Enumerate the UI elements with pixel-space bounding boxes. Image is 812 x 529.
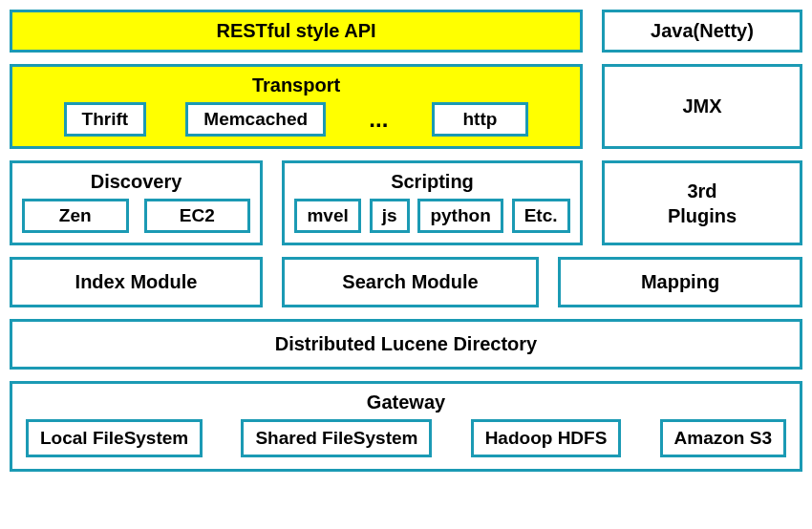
- row-modules: Index Module Search Module Mapping: [10, 257, 802, 307]
- mapping-label: Mapping: [641, 271, 719, 293]
- scripting-title: Scripting: [391, 171, 474, 193]
- row-lucene: Distributed Lucene Directory: [10, 319, 802, 370]
- restful-api-label: RESTful style API: [216, 20, 375, 42]
- discovery-ec2: EC2: [144, 199, 251, 233]
- transport-memcached: Memcached: [185, 102, 326, 137]
- scripting-etc: Etc.: [512, 199, 570, 233]
- gateway-s3: Amazon S3: [660, 419, 786, 457]
- row-discovery-scripting: Discovery Zen EC2 Scripting mvel js pyth…: [10, 160, 802, 245]
- transport-http: http: [432, 102, 529, 137]
- gateway-shared-fs: Shared FileSystem: [241, 419, 432, 457]
- gateway-hadoop: Hadoop HDFS: [471, 419, 622, 457]
- gateway-box: Gateway Local FileSystem Shared FileSyst…: [10, 381, 802, 472]
- mapping-box: Mapping: [558, 257, 802, 307]
- lucene-box: Distributed Lucene Directory: [10, 319, 802, 370]
- transport-title: Transport: [252, 74, 340, 96]
- scripting-python: python: [417, 199, 502, 233]
- discovery-zen: Zen: [22, 199, 129, 233]
- scripting-mvel: mvel: [294, 199, 360, 233]
- transport-thrift: Thrift: [64, 102, 147, 137]
- row-transport: Transport Thrift Memcached ... http JMX: [10, 64, 802, 149]
- transport-items: Thrift Memcached ... http: [51, 102, 542, 137]
- architecture-diagram: RESTful style API Java(Netty) Transport …: [10, 10, 802, 472]
- plugins-box: 3rd Plugins: [602, 160, 802, 245]
- discovery-items: Zen EC2: [22, 199, 250, 233]
- scripting-js: js: [370, 199, 410, 233]
- jmx-label: JMX: [682, 95, 721, 117]
- discovery-title: Discovery: [91, 171, 182, 193]
- transport-box: Transport Thrift Memcached ... http: [10, 64, 583, 149]
- gateway-title: Gateway: [367, 391, 445, 413]
- java-netty-box: Java(Netty): [602, 10, 802, 53]
- scripting-box: Scripting mvel js python Etc.: [282, 160, 583, 245]
- search-module-label: Search Module: [342, 271, 478, 293]
- row-api: RESTful style API Java(Netty): [10, 10, 802, 53]
- row-gateway: Gateway Local FileSystem Shared FileSyst…: [10, 381, 802, 472]
- gateway-items: Local FileSystem Shared FileSystem Hadoo…: [26, 419, 786, 457]
- transport-ellipsis: ...: [365, 106, 392, 133]
- discovery-box: Discovery Zen EC2: [10, 160, 263, 245]
- jmx-box: JMX: [602, 64, 802, 149]
- java-netty-label: Java(Netty): [651, 20, 754, 42]
- lucene-label: Distributed Lucene Directory: [275, 333, 538, 355]
- plugins-label: 3rd Plugins: [668, 179, 737, 228]
- restful-api-box: RESTful style API: [10, 10, 583, 53]
- gateway-local-fs: Local FileSystem: [26, 419, 203, 457]
- index-module-box: Index Module: [10, 257, 263, 307]
- search-module-box: Search Module: [282, 257, 539, 307]
- index-module-label: Index Module: [75, 271, 198, 293]
- scripting-items: mvel js python Etc.: [294, 199, 570, 233]
